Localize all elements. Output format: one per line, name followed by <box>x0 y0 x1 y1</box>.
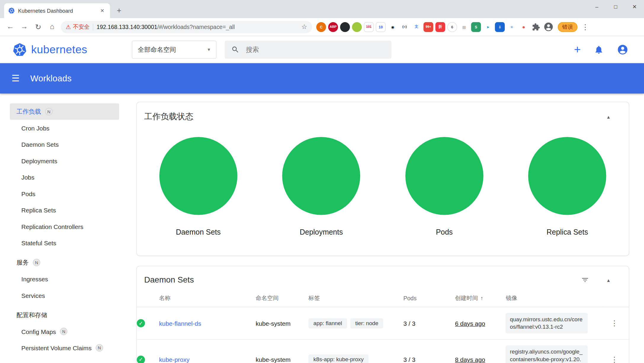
created-column-header[interactable]: 创建时间↑ <box>455 291 506 307</box>
url-text[interactable]: 192.168.133.140:30001/#/workloads?namesp… <box>97 24 298 30</box>
search-input[interactable] <box>245 46 385 54</box>
main-panel: 工作负载状态 ▲ Daemon Sets Deployments <box>127 93 644 363</box>
table-row: ✓ kube-flannel-ds kube-system app: flann… <box>137 307 629 340</box>
collapse-arrow-icon[interactable]: ▲ <box>606 114 611 119</box>
pods-donut <box>405 137 483 215</box>
maximize-button[interactable]: □ <box>606 0 625 13</box>
daemonset-name-link[interactable]: kube-flannel-ds <box>159 320 201 327</box>
sidebar-item-services[interactable]: Services <box>10 287 119 304</box>
labels-cell: app: flanneltier: node <box>308 307 403 340</box>
sidebar-item-daemon-sets[interactable]: Daemon Sets <box>10 136 119 152</box>
row-actions-menu-icon[interactable]: ⋮ <box>603 355 625 363</box>
label-chip: app: flannel <box>308 318 347 329</box>
black-ring-extension-icon[interactable]: ◉ <box>388 22 398 32</box>
sidebar-item-label: Pods <box>21 190 35 197</box>
not-secure-label[interactable]: 不安全 <box>73 23 89 30</box>
collapse-arrow-icon[interactable]: ▲ <box>606 278 611 283</box>
translate-extension-icon[interactable]: 文 <box>411 22 421 32</box>
account-circle-icon[interactable] <box>617 44 628 55</box>
browser-toolbar: ← → ↻ ⌂ ⚠ 不安全 192.168.133.140:30001/#/wo… <box>0 18 644 36</box>
blue-10-extension-icon[interactable]: 10 <box>376 22 386 32</box>
green-extension-icon[interactable] <box>352 22 362 32</box>
namespace-selector[interactable]: 全部命名空间 ▾ <box>132 41 216 59</box>
url-path: /#/workloads?namespace=_all <box>157 24 235 30</box>
sidebar-item-ingresses[interactable]: Ingresses <box>10 271 119 287</box>
labels-cell: k8s-app: kube-proxy <box>308 340 403 363</box>
table-row: ✓ kube-proxy kube-system k8s-app: kube-p… <box>137 340 629 363</box>
sidebar-item-config-maps[interactable]: Config Maps N <box>10 323 119 340</box>
relative-time: 6 days ago <box>455 320 485 327</box>
sidebar-item-config-and-storage[interactable]: 配置和存储 <box>10 307 119 323</box>
header-actions: + <box>574 44 644 55</box>
sidebar-item-replication-controllers[interactable]: Replication Controllers <box>10 218 119 235</box>
relative-time: 8 days ago <box>455 356 485 363</box>
sidebar-item-stateful-sets[interactable]: Stateful Sets <box>10 235 119 251</box>
sidebar-item-label: Replication Controllers <box>21 223 83 230</box>
kubernetes-brand-link[interactable]: kubernetes <box>12 43 87 57</box>
daemonset-name-link[interactable]: kube-proxy <box>159 356 190 363</box>
notifications-bell-icon[interactable] <box>594 45 604 54</box>
created-cell: 6 days ago <box>455 307 506 340</box>
sidebar-item-label: 配置和存储 <box>16 311 47 319</box>
namespace-cell: kube-system <box>256 307 308 340</box>
notes-lines-extension-icon[interactable]: ▤ <box>459 22 469 32</box>
adblock-plus-extension-icon[interactable]: ABP <box>328 22 338 32</box>
label-chip: k8s-app: kube-proxy <box>308 354 369 363</box>
sidebar-item-deployments[interactable]: Deployments <box>10 153 119 169</box>
sidebar-item-jobs[interactable]: Jobs <box>10 169 119 185</box>
sidebar-item-label: Ingresses <box>21 275 48 283</box>
address-bar[interactable]: ⚠ 不安全 192.168.133.140:30001/#/workloads?… <box>61 21 312 33</box>
brand-wordmark: kubernetes <box>31 43 87 56</box>
teal-arrow-extension-icon[interactable]: ➤ <box>483 22 493 32</box>
sidebar-item-service[interactable]: 服务 N <box>10 254 119 271</box>
sidebar-item-pods[interactable]: Pods <box>10 185 119 202</box>
green-s-extension-icon[interactable]: S <box>471 22 481 32</box>
create-resource-button[interactable]: + <box>574 44 581 55</box>
tab-close-icon[interactable]: ✕ <box>99 7 106 14</box>
address-divider <box>93 24 93 30</box>
sidebar-item-label: Config Maps <box>21 328 56 335</box>
home-button[interactable]: ⌂ <box>45 20 59 34</box>
octocat-extension-icon[interactable] <box>340 22 350 32</box>
minimize-button[interactable]: – <box>587 0 606 13</box>
gray-six-extension-icon[interactable]: 6 <box>447 22 457 32</box>
orange-c-extension-icon[interactable]: C <box>316 22 326 32</box>
browser-menu-icon[interactable]: ⋮ <box>581 22 589 32</box>
reload-button[interactable]: ↻ <box>31 20 45 34</box>
sidebar-item-replica-sets[interactable]: Replica Sets <box>10 202 119 218</box>
browser-profile-avatar[interactable] <box>543 22 554 32</box>
red-person-extension-icon[interactable]: ☻ <box>519 22 528 32</box>
sidebar-item-cron-jobs[interactable]: Cron Jobs <box>10 120 119 136</box>
close-button[interactable]: ✕ <box>625 0 644 13</box>
browser-tab[interactable]: Kubernetes Dashboard ✕ <box>4 3 110 18</box>
zhe-coupon-extension-icon[interactable]: 折 <box>435 22 445 32</box>
pink-101-extension-icon[interactable]: 101 <box>364 22 374 32</box>
labels-column-header: 标签 <box>308 291 403 307</box>
url-host: 192.168.133.140:30001 <box>97 24 157 30</box>
row-actions-menu-icon[interactable]: ⋮ <box>603 319 625 328</box>
images-column-header: 镜像 <box>506 291 603 307</box>
json-brace-extension-icon[interactable]: {≡} <box>400 22 409 32</box>
new-tab-button[interactable]: + <box>113 5 125 17</box>
kubernetes-logo-icon <box>12 43 27 57</box>
pods-column-header: Pods <box>403 291 455 307</box>
error-badge[interactable]: 错误 <box>558 22 578 32</box>
blue-asterisk-extension-icon[interactable]: ✳ <box>507 22 517 32</box>
sidebar-item-workloads[interactable]: 工作负载 N <box>10 103 119 120</box>
sidebar-item-persistent-volume-claims[interactable]: Persistent Volume Claims N <box>10 340 119 356</box>
filter-icon[interactable] <box>581 276 589 284</box>
chart-label: Pods <box>436 228 453 237</box>
hamburger-menu-icon[interactable]: ☰ <box>10 73 21 84</box>
page-title: Workloads <box>30 73 72 83</box>
forward-button[interactable]: → <box>17 20 31 34</box>
extensions-puzzle-icon[interactable] <box>532 23 540 31</box>
blue-download-extension-icon[interactable]: ⇩ <box>495 22 505 32</box>
bookmark-star-icon[interactable]: ☆ <box>301 23 307 31</box>
namespaced-badge: N <box>45 108 53 115</box>
daemon-sets-title: Daemon Sets <box>144 275 194 285</box>
sidebar-nav: 工作负载 N Cron Jobs Daemon Sets Deployments… <box>0 93 127 356</box>
red-99-badge-extension-icon[interactable]: 99+ <box>423 22 433 32</box>
search-box[interactable] <box>225 41 391 59</box>
sidebar-item-label: 工作负载 <box>16 108 41 115</box>
back-button[interactable]: ← <box>3 20 17 34</box>
